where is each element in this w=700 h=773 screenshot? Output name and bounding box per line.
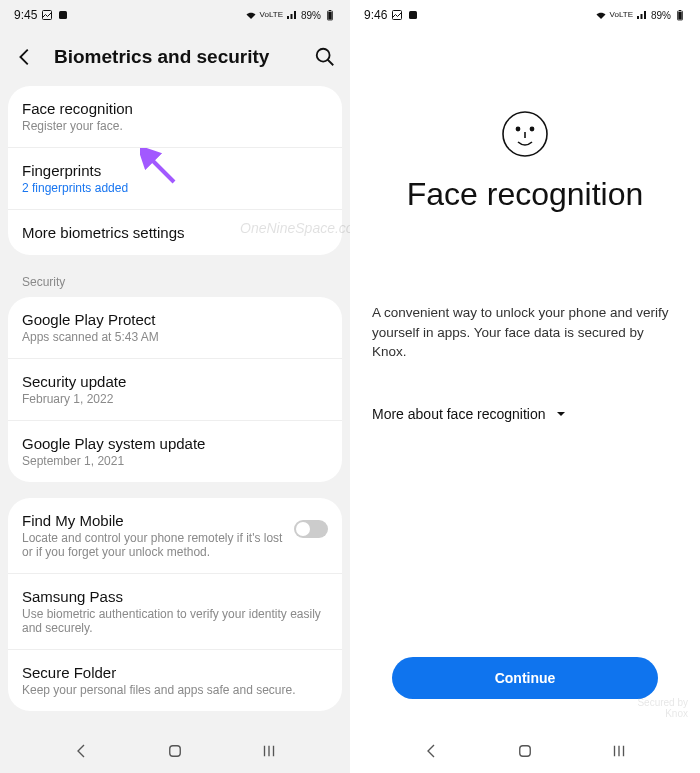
security-card: Google Play Protect Apps scanned at 5:43…: [8, 297, 342, 482]
play-protect-item[interactable]: Google Play Protect Apps scanned at 5:43…: [8, 297, 342, 359]
play-system-update-item[interactable]: Google Play system update September 1, 2…: [8, 421, 342, 482]
nav-home-icon[interactable]: [516, 742, 534, 760]
nav-back-icon[interactable]: [422, 742, 440, 760]
other-card: Find My Mobile Locate and control your p…: [8, 498, 342, 711]
header: Biometrics and security: [0, 30, 350, 86]
item-title: Samsung Pass: [22, 588, 328, 605]
item-subtitle: Keep your personal files and apps safe a…: [22, 683, 328, 697]
nav-back-icon[interactable]: [72, 742, 90, 760]
battery-percent: 89%: [301, 10, 321, 21]
volte-label: VoLTE: [260, 11, 283, 19]
face-icon: [501, 110, 549, 158]
item-title: Face recognition: [22, 100, 328, 117]
chevron-down-icon: [556, 409, 566, 419]
item-title: Secure Folder: [22, 664, 328, 681]
back-icon[interactable]: [14, 46, 36, 68]
status-time: 9:46: [364, 8, 387, 22]
wifi-icon: [245, 9, 257, 21]
more-about-expand[interactable]: More about face recognition: [372, 406, 678, 422]
item-title: Google Play system update: [22, 435, 328, 452]
item-subtitle: Locate and control your phone remotely i…: [22, 531, 294, 559]
svg-rect-11: [409, 11, 417, 19]
image-icon: [391, 9, 403, 21]
settings-screen: 9:45 VoLTE 89% Biometrics and security F…: [0, 0, 350, 773]
status-time: 9:45: [14, 8, 37, 22]
samsung-pass-item[interactable]: Samsung Pass Use biometric authenticatio…: [8, 574, 342, 650]
volte-label: VoLTE: [610, 11, 633, 19]
svg-rect-1: [59, 11, 67, 19]
find-my-mobile-toggle[interactable]: [294, 520, 328, 538]
knox-line2: Knox: [637, 708, 688, 719]
biometrics-card: Face recognition Register your face. Fin…: [8, 86, 342, 255]
status-bar: 9:46 VoLTE 89%: [350, 0, 700, 30]
signal-icon: [286, 9, 298, 21]
nav-home-icon[interactable]: [166, 742, 184, 760]
face-title: Face recognition: [372, 176, 678, 213]
item-title: More biometrics settings: [22, 224, 328, 241]
svg-rect-14: [679, 10, 681, 11]
expand-label: More about face recognition: [372, 406, 546, 422]
fingerprints-item[interactable]: Fingerprints 2 fingerprints added: [8, 148, 342, 210]
more-biometrics-item[interactable]: More biometrics settings: [8, 210, 342, 255]
svg-rect-6: [170, 746, 181, 757]
svg-point-17: [530, 127, 533, 130]
svg-point-5: [317, 49, 330, 62]
item-title: Find My Mobile: [22, 512, 294, 529]
battery-icon: [324, 9, 336, 21]
item-subtitle: September 1, 2021: [22, 454, 328, 468]
item-subtitle: Register your face.: [22, 119, 328, 133]
security-section-label: Security: [0, 255, 350, 297]
knox-line1: Secured by: [637, 697, 688, 708]
svg-rect-3: [328, 12, 332, 20]
nav-bar: [350, 729, 700, 773]
svg-rect-19: [520, 746, 531, 757]
item-subtitle: Apps scanned at 5:43 AM: [22, 330, 328, 344]
item-subtitle: February 1, 2022: [22, 392, 328, 406]
continue-button[interactable]: Continue: [392, 657, 658, 699]
security-update-item[interactable]: Security update February 1, 2022: [8, 359, 342, 421]
item-title: Fingerprints: [22, 162, 328, 179]
item-title: Google Play Protect: [22, 311, 328, 328]
face-description: A convenient way to unlock your phone an…: [372, 303, 678, 362]
svg-rect-10: [393, 11, 402, 20]
find-my-mobile-item[interactable]: Find My Mobile Locate and control your p…: [8, 498, 342, 574]
item-subtitle: Use biometric authentication to verify y…: [22, 607, 328, 635]
nav-recents-icon[interactable]: [260, 742, 278, 760]
secure-folder-item[interactable]: Secure Folder Keep your personal files a…: [8, 650, 342, 711]
svg-point-16: [516, 127, 519, 130]
wifi-icon: [595, 9, 607, 21]
battery-icon: [674, 9, 686, 21]
nav-recents-icon[interactable]: [610, 742, 628, 760]
search-icon[interactable]: [314, 46, 336, 68]
item-subtitle: 2 fingerprints added: [22, 181, 328, 195]
page-title: Biometrics and security: [54, 46, 296, 68]
battery-percent: 89%: [651, 10, 671, 21]
signal-icon: [636, 9, 648, 21]
svg-rect-4: [329, 10, 331, 11]
app-icon: [407, 9, 419, 21]
face-recognition-screen: 9:46 VoLTE 89% Face recognition A conven…: [350, 0, 700, 773]
svg-rect-13: [678, 12, 682, 20]
face-recognition-item[interactable]: Face recognition Register your face.: [8, 86, 342, 148]
knox-badge: Secured by Knox: [637, 697, 688, 719]
app-icon: [57, 9, 69, 21]
status-bar: 9:45 VoLTE 89%: [0, 0, 350, 30]
nav-bar: [0, 729, 350, 773]
svg-rect-0: [43, 11, 52, 20]
image-icon: [41, 9, 53, 21]
item-title: Security update: [22, 373, 328, 390]
